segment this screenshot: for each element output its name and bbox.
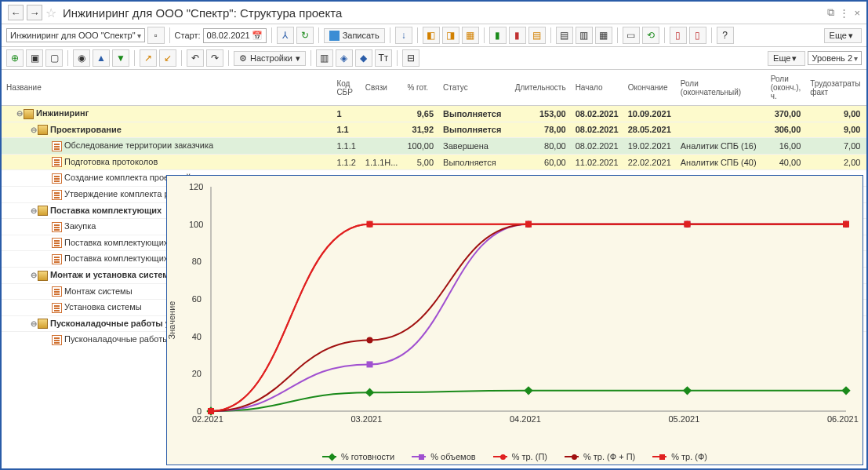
legend-item[interactable]: % объемов — [412, 452, 475, 461]
legend-item[interactable]: % тр. (П) — [493, 452, 547, 461]
expand-toggle[interactable]: ⊖ — [30, 319, 38, 328]
legend-label: % объемов — [430, 452, 475, 461]
import-icon[interactable]: ↙ — [159, 49, 176, 67]
more-label-2: Еще — [773, 53, 790, 63]
col-pct[interactable]: % гот. — [402, 70, 438, 106]
expand-toggle[interactable]: ⊖ — [30, 126, 38, 134]
flag-green-icon[interactable]: ▮ — [489, 27, 507, 44]
collapse-icon[interactable]: ⊟ — [402, 49, 419, 67]
text-icon[interactable]: Tт — [375, 49, 392, 67]
x-tick: 04.2021 — [510, 414, 541, 424]
undo-icon[interactable]: ↶ — [187, 49, 204, 67]
col-optype[interactable]: Вид операц — [865, 70, 868, 106]
doc2-icon[interactable]: ▥ — [576, 27, 593, 44]
pdf2-icon[interactable]: ▯ — [689, 27, 706, 44]
down-icon[interactable]: ▼ — [112, 49, 129, 67]
pdf-icon[interactable]: ▯ — [670, 27, 687, 44]
table-row[interactable]: Подготовка протоколов1.1.21.1.1Н...5,00В… — [2, 154, 868, 170]
x-tick: 06.2021 — [827, 414, 859, 424]
col-dur[interactable]: Длительность — [510, 70, 571, 106]
svg-rect-3 — [365, 388, 374, 397]
close-icon[interactable]: × — [854, 7, 860, 19]
table-row[interactable]: ⊖Инжиниринг19,65Выполняется153,0008.02.2… — [2, 106, 868, 122]
cycle-icon[interactable]: ⟲ — [642, 27, 659, 44]
add-button[interactable]: ⊕ — [6, 49, 24, 67]
project-combo-value: Инжиниринг для ООО "Спектр" — [10, 31, 136, 40]
filter1-icon[interactable]: ▥ — [316, 49, 333, 67]
col-end[interactable]: Окончание — [623, 70, 676, 106]
open-button[interactable]: ▫ — [147, 27, 165, 44]
svg-point-18 — [367, 337, 373, 343]
col-roles-final[interactable]: Роли (окончательный) — [676, 70, 766, 106]
x-tick: 02.2021 — [192, 414, 223, 424]
task-icon — [52, 157, 62, 167]
filter3-icon[interactable]: ◆ — [355, 49, 372, 67]
tree3-icon[interactable]: ▦ — [462, 27, 479, 44]
project-combo[interactable]: Инжиниринг для ООО "Спектр" ▾ — [6, 28, 145, 42]
row-name: Инжиниринг — [36, 108, 89, 118]
svg-rect-6 — [841, 386, 850, 395]
more-button-2[interactable]: Еще ▾ — [768, 51, 805, 66]
forward-button[interactable]: → — [27, 5, 42, 20]
table-row[interactable]: ⊖Проектирование1.131,92Выполняется78,000… — [2, 122, 868, 138]
expand-toggle[interactable]: ⊖ — [30, 271, 38, 279]
col-name[interactable]: Название — [2, 70, 332, 106]
col-roles-h[interactable]: Роли (оконч.), ч. — [766, 70, 806, 106]
col-labor[interactable]: Трудозатраты факт — [805, 70, 865, 106]
doc3-icon[interactable]: ▦ — [595, 27, 612, 44]
favorite-icon[interactable]: ☆ — [45, 5, 56, 20]
task-icon — [52, 222, 62, 232]
tree1-icon[interactable]: ◧ — [423, 27, 440, 44]
y-tick: 100 — [189, 220, 202, 229]
start-date-field[interactable]: 08.02.2021 📅 — [203, 28, 267, 43]
legend-item[interactable]: % готовности — [322, 452, 394, 461]
hierarchy-icon[interactable]: ⅄ — [277, 27, 294, 44]
chart-legend: % готовности% объемов% тр. (П)% тр. (Ф +… — [167, 452, 863, 461]
legend-item[interactable]: % тр. (Ф) — [652, 452, 707, 461]
legend-item[interactable]: % тр. (Ф + П) — [565, 452, 635, 461]
svg-rect-24 — [525, 221, 532, 228]
settings-button[interactable]: ⚙ Настройки ▾ — [234, 51, 306, 66]
back-button[interactable]: ← — [8, 5, 24, 20]
link-icon[interactable]: ◉ — [73, 49, 90, 67]
up-icon[interactable]: ▲ — [93, 49, 110, 67]
col-links[interactable]: Связи — [361, 70, 403, 106]
col-start[interactable]: Начало — [571, 70, 623, 106]
flag-red-icon[interactable]: ▮ — [509, 27, 526, 44]
legend-label: % готовности — [341, 452, 394, 461]
filter2-icon[interactable]: ◈ — [336, 49, 353, 67]
window-header: ← → ☆ Инжиниринг для ООО "Спектр": Струк… — [2, 2, 866, 24]
expand-toggle[interactable]: ⊖ — [16, 109, 24, 118]
add-folder-icon[interactable]: ▣ — [26, 49, 43, 67]
y-tick: 80 — [189, 257, 202, 266]
chevron-down-icon: ▾ — [792, 53, 797, 64]
help-icon[interactable]: ? — [717, 27, 734, 44]
save-button[interactable]: Записать — [324, 28, 385, 43]
gantt-icon[interactable]: ▭ — [623, 27, 640, 44]
export-icon[interactable]: ↗ — [140, 49, 157, 67]
down-arrow-icon[interactable]: ↓ — [395, 27, 412, 44]
doc1-icon[interactable]: ▤ — [556, 27, 573, 44]
task-icon — [52, 173, 62, 184]
col-status[interactable]: Статус — [438, 70, 510, 106]
svg-rect-23 — [367, 221, 373, 228]
expand-toggle[interactable]: ⊖ — [30, 206, 38, 215]
detach-icon[interactable]: ⧉ — [827, 6, 834, 19]
more-label: Еще — [830, 31, 847, 40]
copy-icon[interactable]: ▢ — [45, 49, 63, 67]
redo-icon[interactable]: ↷ — [206, 49, 223, 67]
options-icon[interactable]: ⋮ — [839, 7, 849, 19]
level-combo[interactable]: Уровень 2 ▾ — [808, 51, 862, 65]
table-row[interactable]: Обследование территории заказчика1.1.110… — [2, 138, 868, 155]
proj-icon — [38, 319, 48, 329]
y-tick: 40 — [189, 332, 202, 341]
refresh-icon[interactable]: ↻ — [296, 27, 314, 44]
tree2-icon[interactable]: ◨ — [442, 27, 459, 44]
more-button[interactable]: Еще ▾ — [824, 28, 862, 43]
col-wbs[interactable]: Код СБР — [332, 70, 360, 106]
y-tick: 120 — [189, 182, 202, 191]
proj-icon — [38, 125, 48, 135]
list-icon[interactable]: ▤ — [528, 27, 546, 44]
start-date-value: 08.02.2021 — [207, 31, 250, 40]
chevron-down-icon: ▾ — [137, 31, 141, 40]
